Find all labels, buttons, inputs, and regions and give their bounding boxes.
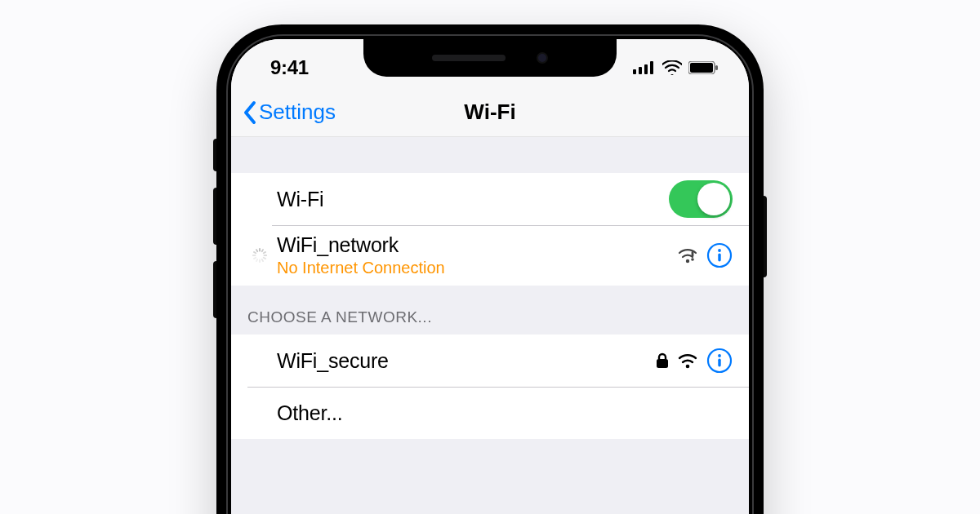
svg-rect-17 (253, 251, 257, 255)
svg-rect-15 (253, 256, 257, 259)
svg-rect-14 (256, 258, 259, 262)
svg-point-28 (718, 354, 721, 357)
status-icons (633, 60, 718, 75)
volume-up-button (213, 188, 216, 245)
cellular-icon (633, 61, 656, 74)
connected-ssid: WiFi_network (277, 233, 445, 257)
lock-icon (656, 352, 669, 369)
svg-rect-29 (718, 359, 720, 367)
status-time: 9:41 (270, 56, 309, 79)
svg-rect-5 (690, 63, 713, 73)
svg-point-19 (686, 259, 689, 263)
notch (363, 39, 617, 77)
battery-icon (688, 61, 718, 74)
svg-rect-2 (644, 64, 648, 74)
switch-knob (697, 183, 730, 215)
power-button (764, 196, 767, 277)
svg-rect-13 (259, 259, 261, 264)
svg-point-21 (691, 258, 694, 261)
other-network-row[interactable]: Other... (231, 387, 749, 439)
svg-rect-25 (657, 359, 668, 368)
spinner-icon (252, 247, 268, 264)
mute-switch (213, 139, 216, 171)
speaker-grille (432, 55, 506, 61)
svg-rect-20 (692, 251, 694, 257)
back-button[interactable]: Settings (243, 88, 336, 136)
connected-network-row[interactable]: WiFi_network No Internet Connection (231, 225, 749, 286)
svg-rect-6 (715, 65, 718, 70)
svg-rect-0 (633, 69, 636, 74)
svg-rect-16 (252, 255, 256, 256)
device-frame: 9:41 (216, 24, 764, 514)
svg-rect-3 (650, 61, 653, 74)
svg-rect-9 (262, 251, 266, 255)
svg-rect-12 (261, 258, 264, 262)
svg-point-23 (718, 249, 721, 252)
wifi-signal-icon (677, 352, 698, 369)
networks-header: CHOOSE A NETWORK... (231, 286, 749, 335)
nav-bar: Settings Wi-Fi (231, 88, 749, 137)
wifi-toggle-row[interactable]: Wi-Fi (231, 173, 749, 225)
info-icon[interactable] (706, 242, 733, 268)
section-gap (231, 137, 749, 173)
other-label: Other... (277, 401, 342, 425)
svg-rect-8 (261, 249, 264, 253)
wifi-warning-icon (677, 246, 698, 264)
wifi-toggle-label: Wi-Fi (277, 188, 323, 211)
svg-rect-18 (256, 249, 259, 253)
wifi-icon (662, 60, 682, 75)
svg-rect-11 (262, 256, 266, 259)
svg-point-26 (686, 365, 690, 369)
page-title: Wi-Fi (464, 100, 515, 125)
screen: 9:41 (231, 39, 749, 514)
network-ssid: WiFi_secure (277, 349, 389, 373)
svg-rect-7 (259, 248, 261, 252)
svg-rect-10 (264, 255, 268, 256)
volume-down-button (213, 261, 216, 318)
chevron-left-icon (243, 100, 257, 125)
wifi-switch[interactable] (669, 180, 733, 218)
network-row[interactable]: WiFi_secure (231, 335, 749, 387)
back-label: Settings (259, 100, 336, 125)
info-icon[interactable] (706, 348, 733, 374)
svg-rect-24 (718, 254, 720, 262)
svg-rect-1 (639, 67, 642, 74)
front-camera (537, 52, 548, 64)
connected-status: No Internet Connection (277, 259, 445, 277)
